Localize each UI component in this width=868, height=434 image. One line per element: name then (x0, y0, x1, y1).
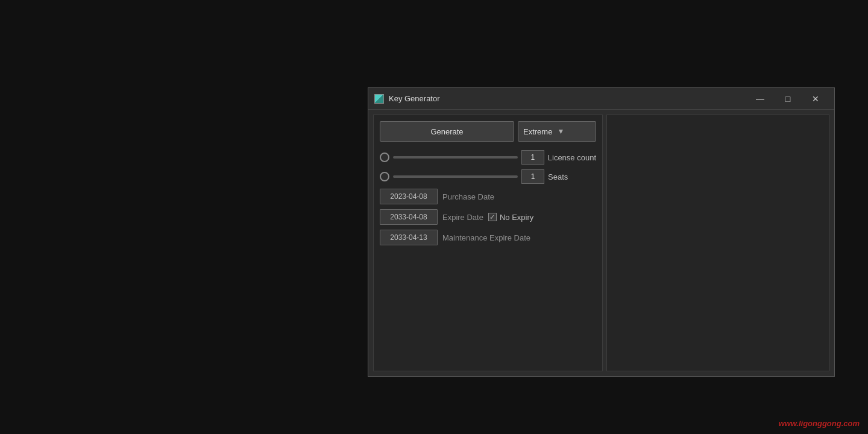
license-count-row: 1 License count (380, 150, 596, 165)
toolbar-row: Generate Extreme ▼ (380, 121, 596, 142)
seats-label: Seats (548, 172, 596, 181)
window-body: Generate Extreme ▼ 1 License count (368, 110, 834, 376)
title-bar: Key Generator — □ ✕ (368, 88, 834, 110)
minimize-button[interactable]: — (746, 90, 774, 108)
watermark: www.ligonggong.com (778, 419, 860, 428)
no-expiry-checkbox[interactable]: ✓ (488, 213, 497, 221)
title-bar-left: Key Generator (374, 94, 440, 104)
maintenance-expire-date-input[interactable]: 2033-04-13 (380, 230, 438, 245)
purchase-date-input[interactable]: 2023-04-08 (380, 189, 438, 204)
expire-date-row: 2033-04-08 Expire Date ✓ No Expiry (380, 209, 596, 225)
purchase-date-label: Purchase Date (442, 192, 494, 201)
license-count-slider[interactable] (393, 156, 518, 159)
purchase-date-row: 2023-04-08 Purchase Date (380, 189, 596, 204)
license-count-radio[interactable] (380, 153, 389, 162)
generate-button[interactable]: Generate (380, 121, 514, 142)
expire-date-input[interactable]: 2033-04-08 (380, 209, 438, 225)
maximize-button[interactable]: □ (774, 90, 802, 108)
window-title: Key Generator (389, 94, 440, 103)
license-count-value[interactable]: 1 (521, 150, 544, 165)
seats-radio[interactable] (380, 172, 389, 181)
left-panel: Generate Extreme ▼ 1 License count (373, 115, 603, 371)
edition-dropdown[interactable]: Extreme ▼ (518, 121, 596, 142)
no-expiry-label: No Expiry (500, 213, 533, 222)
seats-value[interactable]: 1 (521, 169, 544, 184)
app-icon (374, 94, 384, 104)
window: Key Generator — □ ✕ Generate Extreme ▼ (368, 87, 835, 377)
title-bar-controls: — □ ✕ (746, 90, 829, 108)
close-button[interactable]: ✕ (802, 90, 829, 108)
dropdown-value: Extreme (523, 127, 552, 136)
dropdown-arrow-icon: ▼ (557, 127, 564, 136)
seats-slider[interactable] (393, 175, 518, 178)
expire-date-label: Expire Date (442, 213, 483, 222)
maintenance-expire-date-label: Maintenance Expire Date (442, 233, 530, 242)
desktop: Key Generator — □ ✕ Generate Extreme ▼ (0, 0, 868, 434)
right-panel (606, 115, 829, 371)
maintenance-expire-date-row: 2033-04-13 Maintenance Expire Date (380, 230, 596, 245)
license-count-label: License count (548, 153, 596, 162)
seats-row: 1 Seats (380, 169, 596, 184)
no-expiry-area: ✓ No Expiry (488, 213, 533, 222)
